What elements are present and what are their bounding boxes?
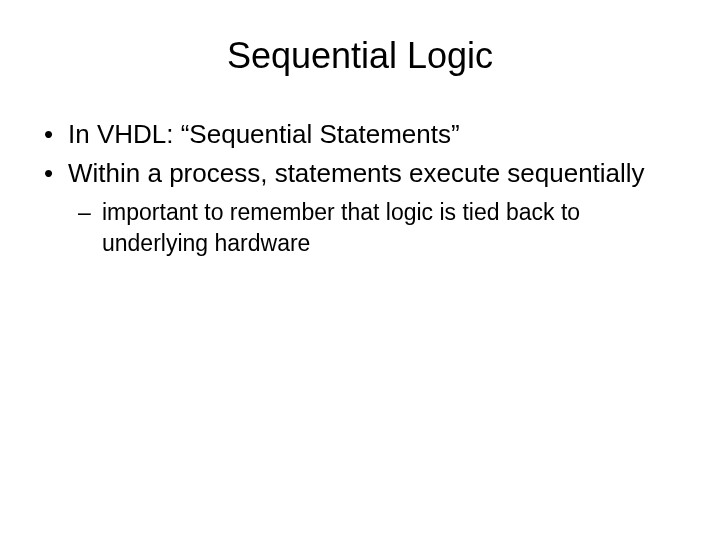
bullet-item: Within a process, statements execute seq…	[40, 156, 680, 191]
sub-bullet-item: important to remember that logic is tied…	[40, 197, 680, 259]
bullet-item: In VHDL: “Sequential Statements”	[40, 117, 680, 152]
bullet-list: In VHDL: “Sequential Statements” Within …	[40, 117, 680, 259]
slide-title: Sequential Logic	[40, 35, 680, 77]
